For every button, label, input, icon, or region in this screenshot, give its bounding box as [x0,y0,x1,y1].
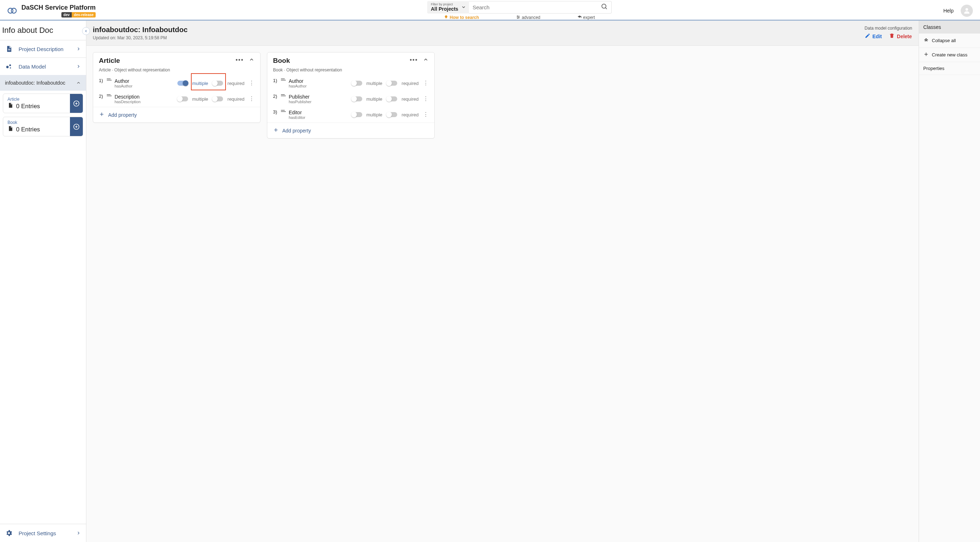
property-row: 3) Editor hasEditor multiple required ⋮ [267,107,434,123]
user-avatar[interactable] [961,5,973,17]
multiple-label: multiple [366,96,383,102]
property-more-button[interactable]: ⋮ [423,96,429,102]
property-row: 1) Author hasAuthor multiple required ⋮ [267,75,434,91]
entry-open[interactable]: Article 0 Entries [3,94,70,113]
svg-point-14 [9,64,11,66]
entry-add-button[interactable] [70,117,83,136]
nav-ontology[interactable]: infoaboutdoc: Infoaboutdoc [0,75,86,91]
property-more-button[interactable]: ⋮ [423,80,429,86]
required-toggle[interactable] [212,81,223,86]
lightbulb-icon [444,15,448,20]
collapse-icon [923,37,929,44]
multiple-toggle[interactable] [352,96,362,101]
add-property-button[interactable]: Add property [93,107,260,123]
property-more-button[interactable]: ⋮ [249,80,255,86]
text-short-icon [280,92,289,100]
page-title: infoaboutdoc: Infoaboutdoc [93,26,188,34]
property-row: 2) Publisher hasPublisher multiple requi… [267,91,434,107]
project-filter-label: Filter by project [431,3,458,6]
brand-title: DaSCH Service Platform [21,4,95,11]
nav-label: Project Settings [19,530,56,536]
svg-point-15 [10,67,11,69]
chevron-right-icon [76,64,81,69]
class-title: Book [273,57,290,65]
project-filter-select[interactable]: Filter by project All Projects [427,1,469,14]
nav-project-settings[interactable]: Project Settings [0,524,86,542]
search-input[interactable] [473,2,601,13]
search-box [469,1,612,14]
how-to-search-link[interactable]: How to search [444,15,479,20]
main-header: infoaboutdoc: Infoaboutdoc Updated on: M… [86,21,919,46]
multiple-label: multiple [366,112,383,118]
nav-data-model[interactable]: Data Model [0,57,86,75]
chevron-up-icon[interactable] [423,57,429,64]
property-index: 1) [99,78,106,83]
entry-card: Book 0 Entries [3,117,83,136]
create-class-button[interactable]: Create new class [919,48,980,62]
property-more-button[interactable]: ⋮ [249,96,255,102]
file-icon [8,102,13,110]
rail-properties-header[interactable]: Properties [919,62,980,75]
chevron-up-icon[interactable] [249,57,255,64]
bubble-chart-icon [5,63,13,70]
svg-rect-23 [107,80,112,81]
class-more-button[interactable]: ••• [235,57,244,63]
nav-label: infoaboutdoc: Infoaboutdoc [5,80,65,86]
badge-release: dev-release [72,12,95,18]
pencil-icon [865,33,870,40]
plus-icon [99,112,105,118]
class-subtitle: Article · Object without representation [93,67,260,75]
property-index: 3) [273,109,280,115]
search-icon[interactable] [601,3,608,11]
delete-button[interactable]: Delete [889,33,912,40]
chevron-right-icon [76,531,81,536]
multiple-label: multiple [366,81,383,86]
property-id: hasAuthor [289,84,307,88]
required-toggle[interactable] [212,96,223,101]
entry-card: Article 0 Entries [3,94,83,113]
add-property-label: Add property [282,128,311,134]
multiple-toggle[interactable] [352,81,362,86]
required-toggle[interactable] [387,81,397,86]
multiple-label: multiple [192,81,208,86]
class-subtitle: Book · Object without representation [267,67,434,75]
required-label: required [228,81,245,86]
entry-add-button[interactable] [70,94,83,113]
chevron-up-icon [76,80,81,85]
property-index: 1) [273,78,280,83]
property-id: hasEditor [289,115,305,120]
required-toggle[interactable] [387,112,397,117]
sidebar-entries: Article 0 Entries Book 0 Entries [0,91,86,139]
property-index: 2) [99,94,106,99]
edit-button[interactable]: Edit [865,33,882,40]
file-icon [8,126,13,133]
svg-point-1 [11,8,16,13]
nav-project-description[interactable]: Project Description [0,40,86,57]
help-link[interactable]: Help [943,8,954,14]
class-title: Article [99,57,120,65]
multiple-toggle[interactable] [352,112,362,117]
multiple-toggle[interactable] [177,96,188,101]
advanced-search-link[interactable]: advanced [516,15,540,20]
property-more-button[interactable]: ⋮ [423,112,429,118]
trash-icon [889,33,895,40]
required-toggle[interactable] [387,96,397,101]
svg-rect-29 [281,80,286,81]
sidebar-collapse-button[interactable] [82,27,90,35]
brand: DaSCH Service Platform dev dev-release [7,4,95,18]
collapse-all-button[interactable]: Collapse all [919,33,980,48]
property-id: hasAuthor [115,84,132,88]
svg-rect-33 [281,112,286,112]
graduation-cap-icon [578,15,582,20]
multiple-toggle[interactable] [177,81,188,86]
class-cards: Article ••• Article · Object without rep… [86,46,919,145]
expert-search-link[interactable]: expert [578,15,595,20]
property-index: 2) [273,94,280,99]
entry-category: Article [8,97,66,102]
required-label: required [401,112,418,118]
add-property-button[interactable]: Add property [267,123,434,138]
class-more-button[interactable]: ••• [410,57,418,63]
entry-open[interactable]: Book 0 Entries [3,117,70,136]
svg-point-9 [517,18,518,19]
class-card: Book ••• Book · Object without represent… [267,52,435,139]
